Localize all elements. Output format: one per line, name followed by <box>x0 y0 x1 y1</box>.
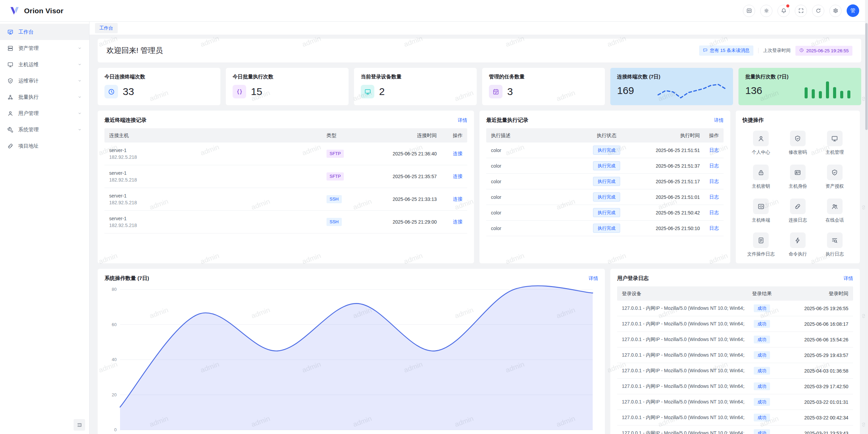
exec-desc: color <box>491 179 581 184</box>
type-badge: SFTP <box>327 172 344 181</box>
code-button[interactable] <box>743 5 755 17</box>
connect-link[interactable]: 连接 <box>453 196 462 202</box>
quick-action-主机密钥[interactable]: 主机密钥 <box>743 165 780 189</box>
quick-action-文件操作日志[interactable]: 文件操作日志 <box>743 232 780 257</box>
connect-link[interactable]: 连接 <box>453 173 462 179</box>
quick-action-主机管理[interactable]: 主机管理 <box>816 131 853 155</box>
quick-action-label: 文件操作日志 <box>747 251 775 257</box>
last-login-time: 2025-06-25 19:26:55 <box>806 48 849 53</box>
host-ip: 182.92.5.218 <box>109 154 327 160</box>
log-link[interactable]: 日志 <box>709 147 719 153</box>
login-time: 2025-03-21 23:53:43 <box>779 431 848 434</box>
quick-action-修改密码[interactable]: 修改密码 <box>780 131 816 155</box>
stat-icon-badge <box>233 85 246 98</box>
quick-action-资产授权[interactable]: 资产授权 <box>816 165 853 189</box>
exec-trend-sparkline <box>784 79 856 100</box>
exec-detail-link[interactable]: 详情 <box>714 117 724 124</box>
notification-dot <box>786 4 789 7</box>
code-icon <box>746 8 752 14</box>
quick-action-连接日志[interactable]: 连接日志 <box>780 199 816 223</box>
quick-action-label: 命令执行 <box>789 251 807 257</box>
bell-button[interactable] <box>777 5 790 17</box>
log-link[interactable]: 日志 <box>709 178 719 184</box>
unread-messages-chip[interactable]: 您有 15 条未读消息 <box>699 45 753 56</box>
login-time: 2025-05-29 19:43:57 <box>779 353 848 358</box>
stat-value: 15 <box>251 86 262 97</box>
quick-action-执行日志[interactable]: 执行日志 <box>816 232 853 257</box>
log-link[interactable]: 日志 <box>709 194 719 200</box>
exec-time: 2025-06-25 21:50:10 <box>632 226 700 231</box>
exec-time: 2025-06-25 21:51:17 <box>632 179 700 184</box>
quick-action-命令执行[interactable]: 命令执行 <box>780 232 816 257</box>
sidebar-item-系统管理[interactable]: 系统管理 <box>0 121 89 138</box>
host-ip: 182.92.5.218 <box>109 177 327 183</box>
status-badge: 执行完成 <box>593 192 620 202</box>
svg-text:0: 0 <box>114 427 117 432</box>
refresh-button[interactable] <box>812 5 824 17</box>
sidebar-item-主机运维[interactable]: 主机运维 <box>0 56 89 73</box>
exec-panel: 最近批量执行记录 详情 执行描述执行状态执行时间操作 color 执行完成 20… <box>479 111 730 263</box>
person-icon <box>7 110 14 117</box>
sidebar-item-批量执行[interactable]: 批量执行 <box>0 89 89 105</box>
stat-card-0: 今日连接终端次数 33 <box>98 68 220 105</box>
scrollbar-track[interactable] <box>865 0 868 434</box>
sidebar-item-运维审计[interactable]: 运维审计 <box>0 73 89 89</box>
stat-label: 管理的任务数量 <box>489 74 598 80</box>
log-link[interactable]: 日志 <box>709 225 719 231</box>
sidebar-collapse-button[interactable] <box>74 419 85 431</box>
status-badge: 执行完成 <box>593 224 620 233</box>
last-login-chip: 2025-06-25 19:26:55 <box>795 46 852 56</box>
lock-icon <box>757 169 765 176</box>
result-badge: 成功 <box>754 414 770 422</box>
sidebar-item-label: 资产管理 <box>18 45 77 52</box>
terminal-detail-link[interactable]: 详情 <box>458 117 467 124</box>
wrench-icon <box>7 127 14 133</box>
breadcrumb-item[interactable]: 工作台 <box>95 23 118 33</box>
terminal-trend-sparkline <box>655 79 728 100</box>
exec-desc: color <box>491 163 581 169</box>
login-device: 127.0.0.1 - 内网IP - Mozilla/5.0 (Windows … <box>622 399 745 405</box>
connect-link[interactable]: 连接 <box>453 219 462 224</box>
sidebar-item-工作台[interactable]: 工作台 <box>0 24 89 40</box>
quick-action-个人中心[interactable]: 个人中心 <box>743 131 780 155</box>
stat-value: 136 <box>745 85 762 96</box>
shield-icon <box>7 78 14 84</box>
app-title: Orion Visor <box>24 7 63 15</box>
login-row: 127.0.0.1 - 内网IP - Mozilla/5.0 (Windows … <box>617 347 853 363</box>
chart-detail-link[interactable]: 详情 <box>589 276 598 282</box>
status-badge: 执行完成 <box>593 146 620 155</box>
connect-link[interactable]: 连接 <box>453 151 462 156</box>
message-icon <box>703 48 708 54</box>
fullscreen-button[interactable] <box>795 5 807 17</box>
scrollbar-thumb[interactable] <box>865 23 868 130</box>
log-link[interactable]: 日志 <box>709 210 719 215</box>
svg-text:80: 80 <box>112 287 117 292</box>
login-time: 2025-06-06 16:08:17 <box>779 321 848 327</box>
login-time: 2025-06-25 19:26:55 <box>779 306 848 311</box>
task-icon <box>492 88 499 95</box>
quick-action-主机终端[interactable]: 主机终端 <box>743 199 780 223</box>
quick-action-在线会话[interactable]: 在线会话 <box>816 199 853 223</box>
quick-action-主机身份[interactable]: 主机身份 <box>780 165 816 189</box>
user-avatar[interactable]: 管 <box>847 4 859 17</box>
code-icon <box>757 203 765 210</box>
chevron-icon <box>77 111 82 116</box>
log-link[interactable]: 日志 <box>709 163 719 168</box>
login-detail-link[interactable]: 详情 <box>844 276 853 282</box>
sidebar-item-项目地址[interactable]: 项目地址 <box>0 138 89 154</box>
clock-icon <box>799 48 804 53</box>
login-time: 2025-06-06 15:54:26 <box>779 337 848 342</box>
gear-button[interactable] <box>829 5 842 17</box>
chart-panel: 系统操作数量 (7日) 详情 020406080 2025-06-192025-… <box>98 269 605 434</box>
sun-button[interactable] <box>760 5 772 17</box>
sidebar-item-label: 运维审计 <box>18 78 77 84</box>
users-icon <box>831 203 838 210</box>
terminal-row: server-1182.92.5.218 SFTP 2025-06-25 21:… <box>104 143 467 165</box>
sidebar-item-资产管理[interactable]: 资产管理 <box>0 40 89 56</box>
host-name: server-1 <box>109 170 327 176</box>
chevron-icon <box>77 95 82 99</box>
sidebar-item-用户管理[interactable]: 用户管理 <box>0 105 89 121</box>
bolt-icon <box>794 237 801 244</box>
quick-action-label: 连接日志 <box>789 217 807 223</box>
link-icon <box>794 203 801 210</box>
